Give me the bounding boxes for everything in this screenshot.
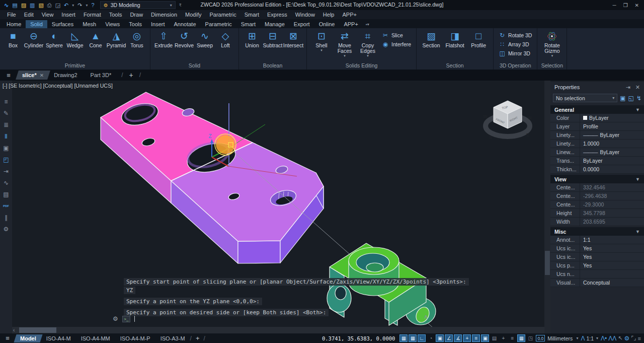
ribbon-tab-online[interactable]: Online [314,20,340,28]
settings-icon[interactable]: ⚙ [4,226,9,232]
add-selected-icon[interactable]: + [499,334,507,342]
menu-item[interactable]: Window [291,12,319,18]
plot-icon[interactable]: ⎙ [47,2,52,9]
union-button[interactable]: ⊞Union [242,30,262,48]
layout-tab-iso-a4-m-p[interactable]: ISO-A4-M-P [115,334,155,342]
vertical-scrollbar[interactable] [544,81,550,333]
preview-icon[interactable]: ◲ [55,2,60,9]
menu-item[interactable]: Express [263,12,291,18]
xref-manager-icon[interactable]: Ⅱ [5,133,8,140]
quick-select-icon[interactable]: ↯ [636,95,641,102]
polyline-edit-icon[interactable]: ∿ [4,180,9,186]
selection-cycling-toggle[interactable]: ▤ [490,334,498,342]
sweep-button[interactable]: ∿Sweep [195,30,215,48]
redo-dropdown-icon[interactable]: ▾ [86,3,88,8]
ortho-toggle[interactable]: ∟ [418,334,426,342]
menu-item[interactable]: Modify [181,12,205,18]
move-faces-button[interactable]: ⇄Move Faces▾ [333,30,356,57]
flatshot-button[interactable]: ◨Flatshot [443,30,466,48]
restore-button[interactable]: ❐ [623,3,628,8]
prop-row-linetype[interactable]: Linety... ByLayer [550,131,644,140]
command-expand-icon[interactable]: ∧ [424,313,428,320]
menu-item[interactable]: Parametric [205,12,240,18]
ribbon-tab-views[interactable]: Views [101,20,124,28]
menu-item[interactable]: Draw [126,12,147,18]
menu-item[interactable]: View [38,12,58,18]
save-icon[interactable]: ▥ [30,2,35,9]
section-header-misc[interactable]: Misc▼ [550,227,644,236]
save-as-icon[interactable]: ▧ [38,2,43,9]
tab-close-icon[interactable]: ✕ [40,73,44,78]
command-settings-icon[interactable]: ⚙ [113,315,118,322]
new-tab-button[interactable]: + [125,71,137,79]
view-manager-icon[interactable]: ≡ [4,99,8,105]
rotate-gizmo-button[interactable]: Rotate Gizmo ▾ [540,30,564,57]
prop-row-lineweight[interactable]: Linew... ByLayer [550,148,644,157]
toggle-pickadd-icon[interactable]: ▣ [620,95,625,102]
ribbon-collapse-icon[interactable]: ▪▾ [366,22,369,28]
ribbon-tab-parametric[interactable]: Parametric [201,20,236,28]
hscroll-thumb[interactable] [19,327,56,333]
viewport-controls-label[interactable]: [-] [SE Isometric] [Conceptual] [Unnamed… [3,83,113,89]
ribbon-tab-insert[interactable]: Insert [146,20,170,28]
horizontal-scrollbar[interactable]: ‹ [12,327,544,333]
mirror-3d-button[interactable]: ◫Mirror 3D [499,50,532,57]
interfere-button[interactable]: ◉Interfere [382,41,411,48]
ribbon-tab-tools[interactable]: Tools [124,20,146,28]
select-objects-icon[interactable]: ◱ [628,95,634,102]
layout-tab-model[interactable]: Model [14,334,42,342]
annotation-visibility-icon[interactable]: Λ• [601,335,607,342]
layout-menu-icon[interactable]: ≡ [0,334,15,342]
object-snap-toggle[interactable]: ▣ [436,334,444,342]
menu-item[interactable]: Dimension [147,12,181,18]
section-header-general[interactable]: General▼ [550,105,644,114]
undo-icon[interactable]: ↶ [64,2,68,9]
quick-properties-toggle[interactable]: ▣ [481,334,489,342]
help-icon[interactable]: ? [92,2,95,8]
loft-button[interactable]: ◇Loft [215,30,235,48]
menu-item[interactable]: Smart [240,12,263,18]
dropdown-arrow-icon[interactable]: ▾ [551,54,553,57]
units-label[interactable]: Millimeters [546,335,574,341]
ribbon-tab-home[interactable]: Home [2,20,26,28]
prop-row-annotation-scale[interactable]: Annot... 1:1 [550,236,644,244]
status-menu-icon[interactable]: ≡ [638,335,641,341]
ribbon-tab-surfaces[interactable]: Surfaces [47,20,78,28]
cone-button[interactable]: ▲Cone [86,30,106,48]
layout-tab-iso-a3-m[interactable]: ISO-A3-M [155,334,190,342]
new-file-icon[interactable]: ▤ [12,2,17,9]
snap-toggle[interactable]: ▦ [409,334,417,342]
section-button[interactable]: ▨Section [420,30,443,48]
annotation-scale-icon[interactable]: Λ [581,335,585,342]
copy-edges-button[interactable]: ⌗Copy Edges▾ [356,30,379,57]
annotation-monitor-icon[interactable]: ✎ [4,110,9,116]
profile-button[interactable]: □Profile [467,30,490,48]
menu-item[interactable]: Edit [20,12,38,18]
settings-gear-icon[interactable]: ⚙ [624,335,630,342]
osnap-tracking-toggle[interactable]: ∡ [454,334,462,342]
ribbon-tab-export[interactable]: Export [289,20,314,28]
prop-row-layer[interactable]: Layer Profile [550,122,644,131]
prop-row-visual-style[interactable]: Visual... Conceptual [550,279,644,287]
dropdown-arrow-icon[interactable]: ▾ [367,54,369,57]
doc-tabs-menu-icon[interactable]: ≡ [0,72,17,79]
sphere-button[interactable]: ◐Sphere [44,30,64,48]
scroll-left-icon[interactable]: ‹ [13,327,15,333]
rotate-3d-button[interactable]: ↻Rotate 3D [499,32,532,39]
fullscreen-icon[interactable]: ⌜⌟ [631,335,636,341]
pyramid-button[interactable]: ◮Pyramid [106,30,126,48]
doc-tab-slice[interactable]: slice*✕ [16,71,50,80]
box-button[interactable]: ■Box [3,30,23,48]
group-manager-icon[interactable]: ▣ [3,145,9,151]
workspace-selector[interactable]: ⚙ 3D Modeling ▾ [100,1,176,9]
layer-properties-icon[interactable]: ≣ [4,122,9,128]
prop-row-thickness[interactable]: Thickn... 0.0000 [550,165,644,174]
polar-tracking-toggle[interactable]: ◔ [427,334,435,342]
annotation-scale-value[interactable]: 1:1 [586,335,594,341]
menu-item[interactable]: Help [319,12,339,18]
open-file-icon[interactable]: ▨ [21,2,26,9]
qat-customize-icon[interactable]: ₹ [179,3,182,8]
menu-item[interactable]: Tools [105,12,126,18]
hatch-icon[interactable]: ∥ [5,215,8,221]
menu-item[interactable]: Format [79,12,105,18]
